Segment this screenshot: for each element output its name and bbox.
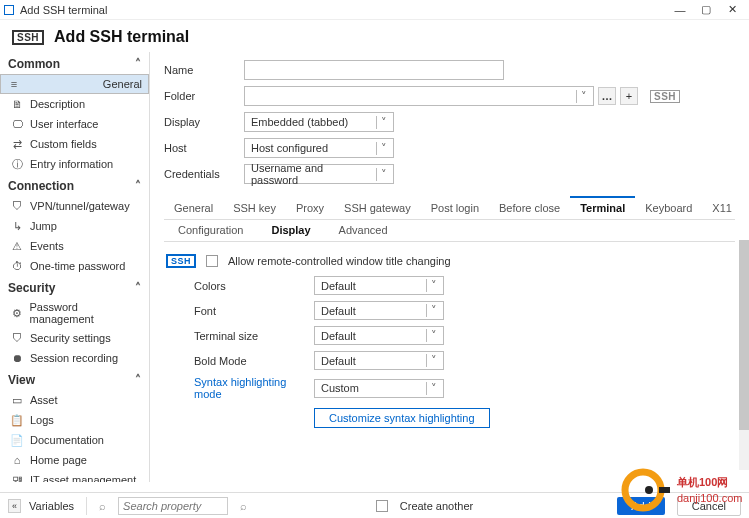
allow-remote-checkbox[interactable]: [206, 255, 218, 267]
sidebar-item-label: Custom fields: [30, 138, 97, 150]
host-select[interactable]: Host configured˅: [244, 138, 394, 158]
sidebar-item-documentation[interactable]: 📄Documentation: [0, 430, 149, 450]
sidebar-item-icon: ⚙: [10, 306, 24, 320]
tab-keyboard[interactable]: Keyboard: [635, 198, 702, 219]
sidebar-item-custom-fields[interactable]: ⇄Custom fields: [0, 134, 149, 154]
display-label: Display: [164, 116, 244, 128]
sidebar-item-label: General: [103, 78, 142, 90]
ssh-icon: SSH: [12, 30, 44, 45]
sidebar-item-icon: ≡: [7, 77, 21, 91]
maximize-button[interactable]: ▢: [693, 1, 719, 19]
close-button[interactable]: ✕: [719, 1, 745, 19]
chevron-up-icon: ˄: [135, 281, 141, 295]
sidebar-item-general[interactable]: ≡General: [0, 74, 149, 94]
window-title: Add SSH terminal: [20, 4, 107, 16]
header: SSH Add SSH terminal: [0, 20, 749, 52]
sidebar-item-home-page[interactable]: ⌂Home page: [0, 450, 149, 470]
sidebar-item-icon: ⛉: [10, 199, 24, 213]
ssh-small-icon: SSH: [166, 254, 196, 268]
display-settings-panel: SSH Allow remote-controlled window title…: [164, 242, 735, 482]
titlebar: Add SSH terminal — ▢ ✕: [0, 0, 749, 20]
setting-label[interactable]: Syntax highlighting mode: [194, 376, 314, 400]
tab-ssh-key[interactable]: SSH key: [223, 198, 286, 219]
customize-syntax-button[interactable]: Customize syntax highlighting: [314, 408, 490, 428]
sidebar-item-icon: ▭: [10, 393, 24, 407]
sidebar-item-icon: 🗎: [10, 97, 24, 111]
sidebar-item-icon: 🖵: [10, 117, 24, 131]
tab-x-forwarding[interactable]: X11 forwarding: [702, 198, 735, 219]
sidebar-item-session-recording[interactable]: ⏺Session recording: [0, 348, 149, 368]
setting-select[interactable]: Default˅: [314, 276, 444, 295]
setting-select[interactable]: Default˅: [314, 351, 444, 370]
sidebar-item-security-settings[interactable]: ⛉Security settings: [0, 328, 149, 348]
tab-general[interactable]: General: [164, 198, 223, 219]
folder-add-button[interactable]: +: [620, 87, 638, 105]
setting-select[interactable]: Custom˅: [314, 379, 444, 398]
subtab-display[interactable]: Display: [257, 220, 324, 241]
chevron-up-icon: ˄: [135, 373, 141, 387]
sidebar-section-view[interactable]: View˄: [0, 368, 149, 390]
tab-proxy[interactable]: Proxy: [286, 198, 334, 219]
setting-row-syntax-highlighting-mode: Syntax highlighting modeCustom˅: [164, 376, 735, 400]
search-property-input[interactable]: [118, 497, 228, 515]
sidebar-item-icon: ⇄: [10, 137, 24, 151]
folder-browse-button[interactable]: …: [598, 87, 616, 105]
create-another-checkbox[interactable]: [376, 500, 388, 512]
setting-label: Terminal size: [194, 330, 314, 342]
sidebar-item-password-management[interactable]: ⚙Password management: [0, 298, 149, 328]
folder-label: Folder: [164, 90, 244, 102]
tab-terminal[interactable]: Terminal: [570, 196, 635, 219]
cancel-button[interactable]: Cancel: [677, 496, 741, 516]
setting-row-colors: ColorsDefault˅: [164, 276, 735, 295]
variables-label[interactable]: Variables: [29, 500, 74, 512]
subtab-configuration[interactable]: Configuration: [164, 220, 257, 241]
subtab-advanced[interactable]: Advanced: [325, 220, 402, 241]
vertical-scrollbar[interactable]: [739, 240, 749, 470]
name-label: Name: [164, 64, 244, 76]
folder-select[interactable]: ˅: [244, 86, 594, 106]
cred-select[interactable]: Username and password˅: [244, 164, 394, 184]
minimize-button[interactable]: —: [667, 1, 693, 19]
sidebar-item-logs[interactable]: 📋Logs: [0, 410, 149, 430]
sidebar-item-label: Security settings: [30, 332, 111, 344]
setting-row-terminal-size: Terminal sizeDefault˅: [164, 326, 735, 345]
name-input[interactable]: [244, 60, 504, 80]
collapse-button[interactable]: «: [8, 499, 21, 513]
sidebar: Common˄≡General🗎Description🖵User interfa…: [0, 52, 150, 482]
sidebar-item-icon: ⏺: [10, 351, 24, 365]
sidebar-item-asset[interactable]: ▭Asset: [0, 390, 149, 410]
setting-select[interactable]: Default˅: [314, 326, 444, 345]
display-select[interactable]: Embedded (tabbed)˅: [244, 112, 394, 132]
allow-remote-label: Allow remote-controlled window title cha…: [228, 255, 451, 267]
sidebar-item-one-time-password[interactable]: ⏱One-time password: [0, 256, 149, 276]
setting-label: Font: [194, 305, 314, 317]
sidebar-item-icon: ⛉: [10, 331, 24, 345]
sidebar-item-icon: ⌂: [10, 453, 24, 467]
sidebar-item-label: Description: [30, 98, 85, 110]
sidebar-item-label: Password management: [30, 301, 142, 325]
tab-ssh-gateway[interactable]: SSH gateway: [334, 198, 421, 219]
sidebar-item-icon: 📋: [10, 413, 24, 427]
setting-select[interactable]: Default˅: [314, 301, 444, 320]
sidebar-item-events[interactable]: ⚠Events: [0, 236, 149, 256]
sidebar-item-label: Logs: [30, 414, 54, 426]
chevron-up-icon: ˄: [135, 57, 141, 71]
sidebar-section-security[interactable]: Security˄: [0, 276, 149, 298]
sidebar-item-user-interface[interactable]: 🖵User interface: [0, 114, 149, 134]
search-button-icon[interactable]: ⌕: [240, 500, 247, 512]
sidebar-item-label: Asset: [30, 394, 58, 406]
sidebar-item-icon: ↳: [10, 219, 24, 233]
sidebar-section-common[interactable]: Common˄: [0, 52, 149, 74]
tab-before-close[interactable]: Before close: [489, 198, 570, 219]
sidebar-section-connection[interactable]: Connection˄: [0, 174, 149, 196]
create-another-label: Create another: [400, 500, 473, 512]
sidebar-item-description[interactable]: 🗎Description: [0, 94, 149, 114]
setting-label: Colors: [194, 280, 314, 292]
sidebar-item-jump[interactable]: ↳Jump: [0, 216, 149, 236]
sidebar-item-entry-information[interactable]: ⓘEntry information: [0, 154, 149, 174]
sidebar-item-it-asset-management[interactable]: 🖳IT asset management: [0, 470, 149, 482]
sidebar-item-icon: ⏱: [10, 259, 24, 273]
sidebar-item-vpn-tunnel-gateway[interactable]: ⛉VPN/tunnel/gateway: [0, 196, 149, 216]
tab-post-login[interactable]: Post login: [421, 198, 489, 219]
add-button[interactable]: Add: [617, 497, 665, 515]
